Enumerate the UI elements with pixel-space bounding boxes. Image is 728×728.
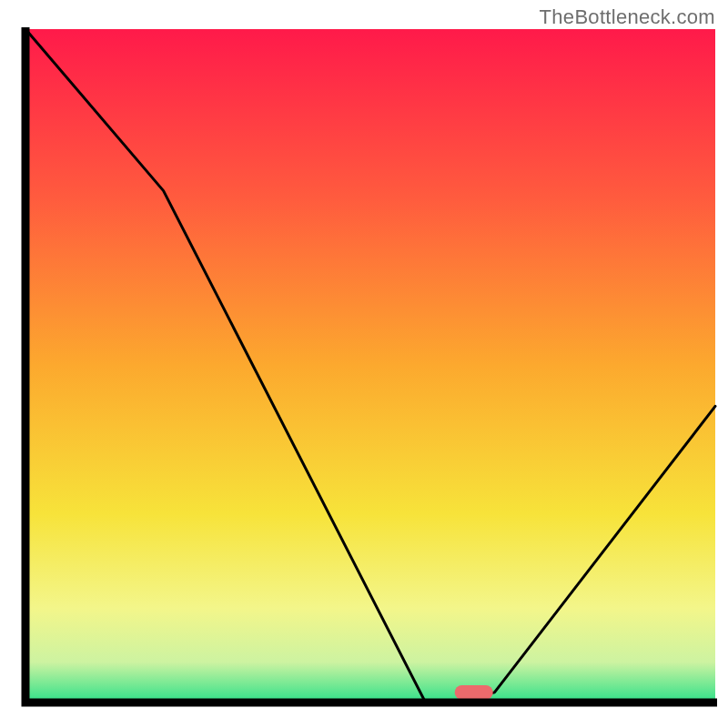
bottleneck-chart	[0, 0, 728, 728]
chart-container: TheBottleneck.com	[0, 0, 728, 728]
watermark-text: TheBottleneck.com	[540, 5, 715, 29]
optimal-marker	[455, 685, 493, 700]
plot-background	[25, 29, 715, 703]
